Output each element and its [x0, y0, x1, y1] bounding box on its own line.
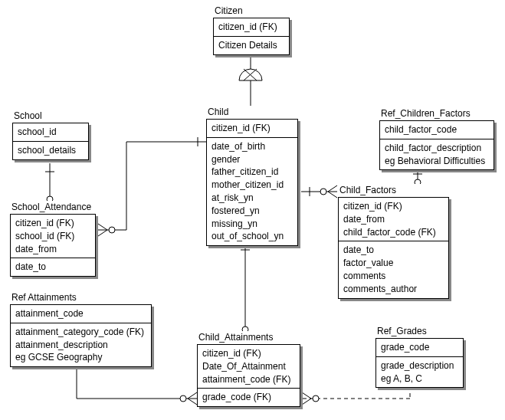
- attr-field: grade_code (FK): [202, 391, 295, 404]
- entity-child-factors: Child_Factors citizen_id (FK) date_from …: [338, 184, 449, 299]
- attr-field: out_of_school_yn: [212, 230, 293, 243]
- pk-field: citizen_id (FK): [212, 122, 293, 135]
- attr-field: eg GCSE Geography: [15, 351, 146, 364]
- pk-field: Date_Of_Attainment: [202, 360, 295, 373]
- attr-field: date_to: [15, 261, 90, 274]
- attr-field: Citizen Details: [218, 39, 284, 52]
- pk-field: grade_code: [381, 341, 458, 354]
- entity-child-attainments: Child_Attainments citizen_id (FK) Date_O…: [197, 331, 300, 407]
- attr-field: eg Behavioral Difficulties: [385, 155, 489, 168]
- entity-school: School school_id school_details: [12, 110, 89, 160]
- attr-field: father_citizen_id: [212, 166, 293, 179]
- pk-field: school_id: [18, 126, 84, 139]
- pk-field: citizen_id (FK): [218, 21, 284, 34]
- entity-title: School: [12, 110, 89, 123]
- pk-field: child_factor_code: [385, 123, 489, 136]
- pk-field: citizen_id (FK): [15, 217, 90, 230]
- attr-field: attainment_category_code (FK): [15, 326, 146, 339]
- attr-field: date_of_birth: [212, 140, 293, 153]
- attr-field: missing_yn: [212, 218, 293, 231]
- pk-field: citizen_id (FK): [343, 200, 444, 213]
- entity-title: Child_Attainments: [197, 331, 300, 344]
- pk-field: citizen_id (FK): [202, 347, 295, 360]
- entity-ref-children-factors: Ref_Children_Factors child_factor_code c…: [379, 107, 494, 170]
- entity-title: Child_Factors: [338, 184, 449, 197]
- pk-field: attainment_code: [15, 307, 146, 320]
- entity-child: Child citizen_id (FK) date_of_birth gend…: [206, 106, 298, 246]
- attr-field: comments_author: [343, 283, 444, 296]
- pk-field: attainment_code (FK): [202, 373, 295, 386]
- entity-title: Ref_Children_Factors: [379, 107, 494, 120]
- entity-citizen: Citizen citizen_id (FK) Citizen Details: [213, 5, 290, 55]
- attr-field: grade_description: [381, 359, 458, 372]
- entity-title: School_Attendance: [10, 201, 96, 214]
- entity-ref-grades: Ref_Grades grade_code grade_description …: [375, 325, 464, 388]
- attr-field: school_details: [18, 144, 84, 157]
- attr-field: eg A, B, C: [381, 372, 458, 386]
- svg-point-25: [180, 395, 186, 402]
- entity-school-attendance: School_Attendance citizen_id (FK) school…: [10, 201, 96, 277]
- attr-field: child_factor_description: [385, 142, 489, 155]
- attr-field: gender: [212, 153, 293, 166]
- attr-field: factor_value: [343, 257, 444, 270]
- attr-field: mother_citizen_id: [212, 179, 293, 192]
- pk-field: school_id (FK): [15, 230, 90, 243]
- pk-field: date_from: [343, 213, 444, 226]
- svg-point-29: [313, 395, 319, 402]
- entity-title: Ref_Grades: [375, 325, 464, 338]
- attr-field: attainment_description: [15, 339, 146, 352]
- entity-ref-attainments: Ref Attainments attainment_code attainme…: [10, 291, 152, 367]
- attr-field: fostered_yn: [212, 205, 293, 218]
- entity-title: Ref Attainments: [10, 291, 152, 304]
- entity-title: Citizen: [213, 5, 290, 18]
- pk-field: date_from: [15, 243, 90, 256]
- entity-title: Child: [206, 106, 298, 119]
- attr-field: at_risk_yn: [212, 192, 293, 205]
- svg-point-15: [320, 189, 326, 195]
- pk-field: child_factor_code (FK): [343, 226, 444, 239]
- svg-point-12: [109, 227, 115, 233]
- attr-field: date_to: [343, 244, 444, 257]
- attr-field: comments: [343, 270, 444, 283]
